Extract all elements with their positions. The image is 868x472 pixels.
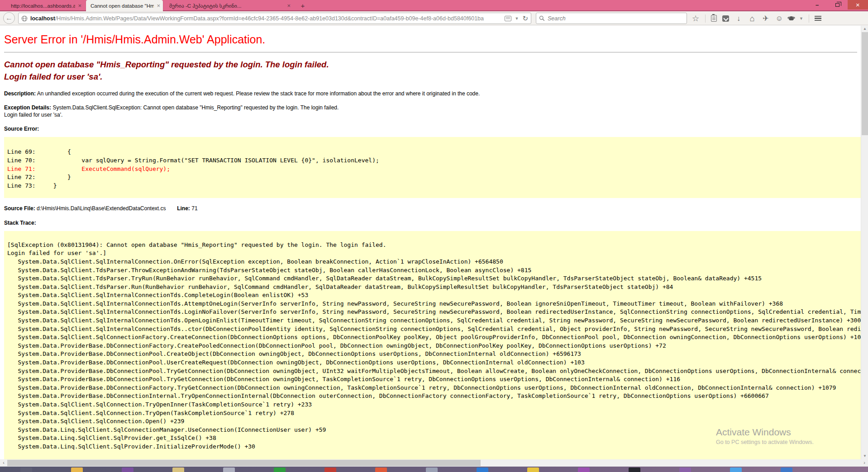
send-tab-icon[interactable]: ✈ [762,15,770,22]
description-text: An unhandled exception occurred during t… [37,90,480,97]
error-page-content: Server Error in '/Hmis/Hmis.Admin.Web' A… [0,26,861,459]
page-title: Server Error in '/Hmis/Hmis.Admin.Web' A… [4,33,857,46]
tab-georgian-page[interactable]: მერია -C ჰეპატიტის სკრინი... × [165,1,293,10]
close-button[interactable]: × [848,0,868,9]
urlbar-actions: ▼ ↻ [505,14,529,23]
restore-icon [835,3,839,7]
url-text[interactable]: localhost/Hmis/Hmis.Admin.Web/Pages/Data… [30,15,505,22]
source-error-box: Line 69: { Line 70: var sqlQuery = Strin… [4,137,861,198]
source-file-path: d:\Hmis\Hmis.Dal\Linq\Base\ExtendedDataC… [37,205,166,212]
source-file-label: Source File: [4,205,35,212]
line-label: Line: [177,205,190,212]
taskbar-icon[interactable] [71,467,83,472]
menu-hamburger-icon[interactable] [815,16,821,21]
taskbar-icon[interactable] [730,467,742,472]
browser-window: http://localhos...ashboards.aspx × Canno… [0,0,868,472]
taskbar-icon[interactable] [122,467,134,472]
tab-title: Cannot open database "Hmis_... [91,3,154,9]
horizontal-scroll-thumb[interactable] [7,460,481,466]
tab-title: მერია -C ჰეპატიტის სკრინი... [169,3,284,9]
pocket-icon[interactable] [722,15,729,22]
exception-details-label: Exception Details: [4,104,51,111]
url-bar[interactable]: localhost/Hmis/Hmis.Admin.Web/Pages/Data… [18,13,531,24]
tab-bar: http://localhos...ashboards.aspx × Canno… [0,0,868,11]
source-code-before: Line 69: { Line 70: var sqlQuery = Strin… [7,148,861,165]
reader-mode-icon[interactable] [505,16,511,21]
vertical-scrollbar[interactable]: ▲ ▼ [861,26,868,459]
horizontal-scrollbar[interactable]: ‹ › [0,459,868,467]
tab-error-page[interactable]: Cannot open database "Hmis_... × [86,0,163,11]
taskbar-icon[interactable] [629,467,640,472]
reload-icon[interactable]: ↻ [522,14,528,23]
stack-trace-label: Stack Trace: [4,220,36,226]
taskbar-icon[interactable] [781,467,792,472]
exception-paragraph: Exception Details: System.Data.SqlClient… [4,104,857,118]
stack-trace-heading: Stack Trace: [4,219,857,227]
chevron-down-icon[interactable]: ▼ [799,16,803,21]
home-icon[interactable]: ⌂ [748,15,756,22]
taskbar-icon[interactable] [426,467,438,472]
description-paragraph: Description: An unhandled exception occu… [4,90,857,97]
hello-smiley-icon[interactable]: ☺ [775,15,783,22]
scroll-left-arrow[interactable]: ‹ [0,459,7,467]
globe-icon [21,15,28,22]
navigation-toolbar: ← localhost/Hmis/Hmis.Admin.Web/Pages/Da… [0,11,868,25]
taskbar-icon[interactable] [578,467,590,472]
source-code-error-line: Line 71: ExecuteCommand(sqlQuery); [7,165,861,174]
tab-title: http://localhos...ashboards.aspx [11,3,75,9]
reading-list-icon[interactable] [711,15,717,22]
tab-close-icon[interactable]: × [157,3,160,9]
url-path: /Hmis/Hmis.Admin.Web/Pages/Data/ViewWork… [55,15,484,22]
source-error-label: Source Error: [4,126,39,132]
taskbar-icon[interactable] [172,467,184,472]
back-button[interactable]: ← [3,12,15,24]
url-host: localhost [30,15,55,22]
taskbar-icon[interactable] [20,467,32,472]
download-icon[interactable]: ↓ [734,15,743,22]
taskbar-icon[interactable] [223,467,235,472]
stack-trace-text: [SqlException (0x80131904): Cannot open … [7,241,861,451]
error-subtitle: Cannot open database "Hmis_Reporting" re… [4,59,857,83]
stack-trace-box: [SqlException (0x80131904): Cannot open … [4,231,861,459]
tab-dashboards[interactable]: http://localhos...ashboards.aspx × [6,1,84,10]
exception-details-text: System.Data.SqlClient.SqlException: Cann… [4,104,339,118]
vertical-scroll-thumb[interactable] [862,32,868,135]
toolbar-separator [705,14,706,23]
taskbar [0,467,868,472]
taskbar-icon[interactable] [679,467,691,472]
divider [4,52,857,52]
chevron-down-icon[interactable]: ▼ [515,16,519,21]
taskbar-icon[interactable] [274,467,286,472]
line-number: 71 [191,205,197,212]
tab-close-icon[interactable]: × [287,3,291,9]
description-label: Description: [4,90,36,97]
scroll-up-arrow[interactable]: ▲ [861,26,868,32]
scroll-down-arrow[interactable]: ▼ [861,453,868,459]
source-code-after: Line 72: } Line 73: } [7,173,861,190]
toolbar-icons: ☆ ↓ ⌂ ✈ ☺ ▼ [692,11,846,25]
search-box[interactable] [536,13,687,24]
taskbar-icon[interactable] [527,467,539,472]
window-controls: – × [807,0,868,9]
minimize-button[interactable]: – [807,0,827,9]
source-error-heading: Source Error: [4,125,857,132]
toolbar-separator [809,14,809,23]
addon-icon[interactable] [789,16,794,20]
new-tab-button[interactable]: + [297,1,309,10]
taskbar-icon[interactable] [477,467,488,472]
search-icon [539,15,545,21]
source-file-paragraph: Source File: d:\Hmis\Hmis.Dal\Linq\Base\… [4,205,857,212]
search-input[interactable] [548,15,684,22]
taskbar-icon[interactable] [375,467,387,472]
bookmark-star-icon[interactable]: ☆ [692,15,700,22]
scroll-right-arrow[interactable]: › [861,459,868,467]
restore-button[interactable] [827,0,848,9]
taskbar-icon[interactable] [324,467,336,472]
tab-close-icon[interactable]: × [78,3,81,9]
